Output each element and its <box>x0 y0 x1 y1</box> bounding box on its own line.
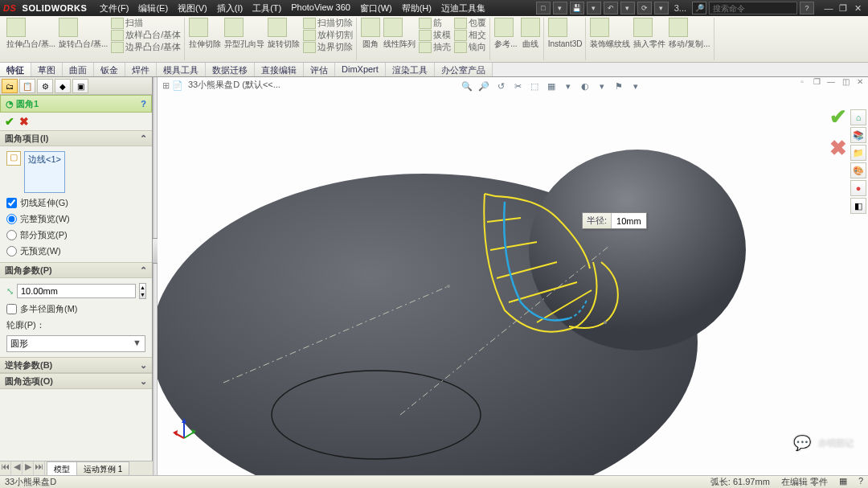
tab-office[interactable]: 办公室产品 <box>435 63 493 76</box>
boundary-cut-button[interactable]: 边界切除 <box>303 42 353 53</box>
tab-last-icon[interactable]: ⏭ <box>34 461 45 475</box>
menu-insert[interactable]: 插入(I) <box>212 2 248 14</box>
tangent-prop-checkbox[interactable]: 切线延伸(G) <box>6 197 145 209</box>
spinner-arrows[interactable]: ▲▼ <box>139 283 146 299</box>
multi-radius-checkbox[interactable]: 多半径圆角(M) <box>6 303 145 315</box>
tab-weldment[interactable]: 焊件 <box>125 63 157 76</box>
partial-preview-radio[interactable]: 部分预览(P) <box>6 229 145 241</box>
tab-dimxpert[interactable]: DimXpert <box>335 63 386 76</box>
qat-new-icon[interactable]: □ <box>536 2 551 14</box>
hole-wizard-button[interactable]: 异型孔向导 <box>224 18 264 53</box>
taskpane-appearance-icon[interactable]: ● <box>850 180 866 196</box>
menu-photoview[interactable]: PhotoView 360 <box>286 2 355 14</box>
full-preview-radio[interactable]: 完整预览(W) <box>6 213 145 225</box>
panel-tab-property-icon[interactable]: 📋 <box>19 79 35 93</box>
qat-open-icon[interactable]: ▾ <box>553 2 567 14</box>
tab-evaluate[interactable]: 评估 <box>304 63 335 76</box>
tab-sketch[interactable]: 草图 <box>31 63 63 76</box>
tab-sheetmetal[interactable]: 钣金 <box>94 63 125 76</box>
profile-combo[interactable]: 圆形▼ <box>6 335 145 352</box>
qat-print-icon[interactable]: ▾ <box>587 2 601 14</box>
loft-button[interactable]: 放样凸台/基体 <box>111 30 181 41</box>
tab-render[interactable]: 渲染工具 <box>386 63 435 76</box>
tab-first-icon[interactable]: ⏮ <box>0 461 11 475</box>
tab-model[interactable]: 模型 <box>47 461 77 475</box>
menu-window[interactable]: 窗口(W) <box>355 2 397 14</box>
intersect-button[interactable]: 相交 <box>454 30 486 41</box>
revolve-boss-button[interactable]: 旋转凸台/基... <box>59 18 108 53</box>
tab-features[interactable]: 特征 <box>0 63 31 76</box>
menu-edit[interactable]: 编辑(E) <box>133 2 173 14</box>
boundary-button[interactable]: 边界凸台/基体 <box>111 42 181 53</box>
panel-tab-display-icon[interactable]: ▣ <box>72 79 88 93</box>
menu-help[interactable]: 帮助(H) <box>397 2 436 14</box>
loft-cut-button[interactable]: 放样切割 <box>303 30 353 41</box>
panel-tab-config-icon[interactable]: ⚙ <box>37 79 53 93</box>
rib-button[interactable]: 筋 <box>419 18 451 29</box>
sweep-cut-button[interactable]: 扫描切除 <box>303 18 353 29</box>
panel-tab-featuretree-icon[interactable]: 🗂 <box>2 79 18 93</box>
panel-tab-dim-icon[interactable]: ◆ <box>55 79 71 93</box>
callout-value[interactable]: 10mm <box>612 215 646 228</box>
fillet-button[interactable]: 圆角 <box>361 18 380 53</box>
wrap-button[interactable]: 包覆 <box>454 18 486 29</box>
no-preview-radio[interactable]: 无预览(W) <box>6 245 145 257</box>
section-items-header[interactable]: 圆角项目(I) ⌃ <box>0 130 152 146</box>
move-copy-button[interactable]: 移动/复制... <box>669 18 710 48</box>
draft-button[interactable]: 拔模 <box>419 30 451 41</box>
cosmetic-thread-button[interactable]: 装饰螺纹线 <box>590 18 630 48</box>
maximize-icon[interactable]: ❐ <box>836 3 850 14</box>
extrude-cut-button[interactable]: 拉伸切除 <box>189 18 221 53</box>
cancel-button[interactable]: ✖ <box>19 115 29 128</box>
sweep-button[interactable]: 扫描 <box>111 18 181 29</box>
orientation-triad-icon[interactable] <box>172 416 196 440</box>
curves-button[interactable]: 曲线 <box>521 18 540 48</box>
taskpane-palette-icon[interactable]: 🎨 <box>850 162 866 178</box>
edge-selection-list[interactable]: 边线<1> <box>24 151 65 193</box>
instant3d-button[interactable]: Instant3D <box>548 18 583 48</box>
tab-motion-study[interactable]: 运动算例 1 <box>76 461 129 475</box>
tab-prev-icon[interactable]: ◀ <box>11 461 23 475</box>
menu-tools[interactable]: 工具(T) <box>248 2 286 14</box>
search-flag-icon[interactable]: 🔎 <box>692 2 706 14</box>
qat-rebuild-icon[interactable]: ⟳ <box>637 2 652 14</box>
menu-file[interactable]: 文件(F) <box>95 2 133 14</box>
minimize-icon[interactable]: — <box>821 3 836 14</box>
tab-directedit[interactable]: 直接编辑 <box>255 63 304 76</box>
edge-select-icon[interactable]: ▢ <box>6 151 21 166</box>
taskpane-explorer-icon[interactable]: 📁 <box>850 145 866 161</box>
graphics-viewport[interactable]: ⊞ 📄 33小熊果盘D (默认<<... 🔍 🔎 ↺ ✂ ⬚ ▦ ▾ ◐ ▾ ⚑… <box>158 77 868 475</box>
ok-button[interactable]: ✔ <box>5 115 14 128</box>
menu-view[interactable]: 视图(V) <box>173 2 212 14</box>
radius-callout[interactable]: 半径: 10mm <box>582 212 647 229</box>
qat-undo-icon[interactable]: ↶ <box>604 2 618 14</box>
help-question-icon[interactable]: ? <box>141 99 146 109</box>
extrude-boss-button[interactable]: 拉伸凸台/基... <box>6 18 55 53</box>
linear-pattern-button[interactable]: 线性阵列 <box>383 18 416 53</box>
menu-maidi[interactable]: 迈迪工具集 <box>436 2 490 14</box>
insert-part-button[interactable]: 插入零件 <box>633 18 665 48</box>
command-search-input[interactable] <box>709 2 797 14</box>
qat-save-icon[interactable]: 💾 <box>570 2 584 14</box>
confirm-cancel-icon[interactable]: ✖ <box>829 136 847 161</box>
section-reverse-header[interactable]: 逆转参数(B) ⌄ <box>0 357 152 373</box>
section-params-header[interactable]: 圆角参数(P) ⌃ <box>0 262 152 278</box>
taskpane-library-icon[interactable]: 📚 <box>850 127 866 143</box>
tab-moldtools[interactable]: 模具工具 <box>157 63 206 76</box>
qat-options-icon[interactable]: ▾ <box>654 2 669 14</box>
close-icon[interactable]: ✕ <box>850 3 865 14</box>
tab-datamigration[interactable]: 数据迁移 <box>206 63 255 76</box>
radius-input[interactable] <box>17 284 136 298</box>
help-icon[interactable]: ? <box>800 2 814 14</box>
shell-button[interactable]: 抽壳 <box>419 42 451 53</box>
qat-redo-icon[interactable]: ▾ <box>620 2 635 14</box>
taskpane-custom-icon[interactable]: ◧ <box>850 198 866 214</box>
tab-surface[interactable]: 曲面 <box>63 63 94 76</box>
revolve-cut-button[interactable]: 旋转切除 <box>268 18 300 53</box>
model-canvas[interactable] <box>158 77 868 475</box>
section-options-header[interactable]: 圆角选项(O) ⌄ <box>0 373 152 389</box>
reference-geom-button[interactable]: 参考... <box>494 18 517 48</box>
status-units-icon[interactable]: ▦ <box>839 476 847 488</box>
tab-next-icon[interactable]: ▶ <box>23 461 34 475</box>
status-custom-icon[interactable]: ? <box>858 476 863 488</box>
